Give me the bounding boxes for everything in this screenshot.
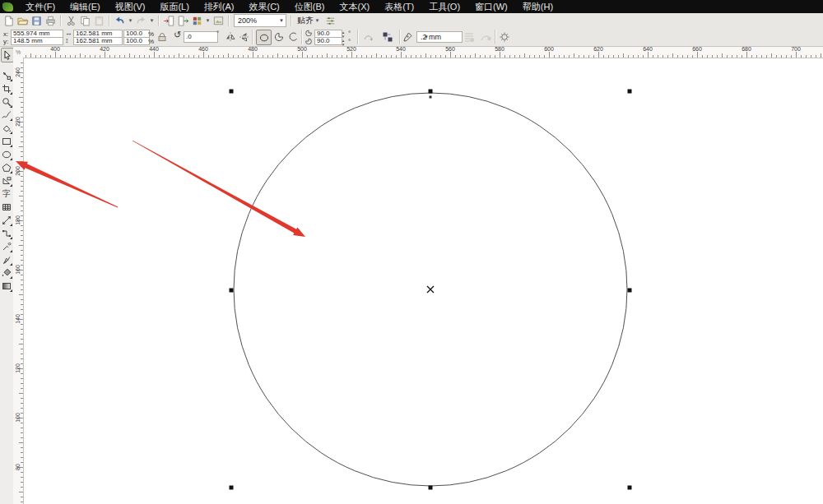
hruler-tick <box>455 55 456 58</box>
menu-item-edit[interactable]: 编辑(E) <box>63 0 108 13</box>
redo-button[interactable] <box>134 14 148 27</box>
menu-item-file[interactable]: 文件(F) <box>18 0 63 13</box>
menu-item-window[interactable]: 窗口(W) <box>467 0 515 13</box>
app-launcher-button-dropdown[interactable]: ▼ <box>204 18 212 23</box>
menu-item-effects[interactable]: 效果(C) <box>242 0 287 13</box>
horizontal-ruler[interactable]: 4004204404604805005205405605806006206406… <box>23 46 823 58</box>
padlock-icon <box>156 31 168 43</box>
hruler-tick <box>761 55 762 58</box>
vruler-tick <box>21 186 23 187</box>
smart-fill-tool[interactable] <box>1 122 12 134</box>
quick-customize-button[interactable] <box>498 30 511 44</box>
shape-tool[interactable] <box>1 69 12 81</box>
paste-button[interactable] <box>92 14 106 27</box>
selection-handle[interactable] <box>628 90 632 94</box>
outline-pen-tool[interactable] <box>1 253 12 266</box>
undo-button[interactable] <box>113 14 127 27</box>
open-curve-button[interactable] <box>479 30 492 44</box>
welcome-screen-button[interactable] <box>212 14 226 27</box>
menu-item-bitmaps[interactable]: 位图(B) <box>287 0 332 13</box>
object-height-field[interactable]: 162.581 mm <box>73 37 123 45</box>
drawing-canvas[interactable] <box>23 58 823 504</box>
wrap-text-button[interactable] <box>463 30 476 44</box>
hruler-tick <box>297 55 298 58</box>
mirror-horizontal-button[interactable] <box>224 30 237 44</box>
table-tool[interactable] <box>1 201 12 213</box>
hruler-tick <box>717 55 718 58</box>
ellipse-mode-button[interactable] <box>256 30 272 45</box>
selection-handle[interactable] <box>230 486 234 490</box>
vruler-label: 80 <box>15 464 21 470</box>
scale-vertical-field[interactable]: 100.0 <box>123 37 150 45</box>
basic-shapes-tool[interactable] <box>1 174 12 187</box>
mirror-vertical-button[interactable] <box>238 30 251 44</box>
outline-width-select[interactable]: .2 mm ▼ <box>416 31 463 43</box>
hruler-tick <box>756 55 757 58</box>
menu-item-help[interactable]: 帮助(H) <box>515 0 560 13</box>
vruler-tick <box>21 166 23 167</box>
selection-center-mark[interactable] <box>427 286 434 293</box>
dimension-tool[interactable] <box>1 214 12 226</box>
export-button[interactable] <box>176 14 190 27</box>
menu-item-tools[interactable]: 工具(O) <box>421 0 467 13</box>
ellipse-top-node[interactable] <box>430 96 432 99</box>
y-position-field[interactable]: 148.5 mm <box>11 37 63 45</box>
vertical-ruler[interactable]: 24022020018016014012010080 <box>13 58 24 504</box>
redo-button-dropdown[interactable]: ▼ <box>148 18 156 23</box>
interactive-fill-tool[interactable] <box>1 280 12 292</box>
app-launcher-button[interactable] <box>190 14 204 27</box>
options-button[interactable] <box>323 14 337 27</box>
end-angle-spinner[interactable]: ▴▾ <box>340 39 346 47</box>
hruler-tick <box>317 55 318 58</box>
hruler-label: 420 <box>100 46 109 52</box>
zoom-tool[interactable] <box>1 95 12 108</box>
eyedropper-tool[interactable] <box>1 240 12 252</box>
hruler-tick <box>213 55 214 58</box>
vruler-tick <box>21 428 23 428</box>
print-button[interactable] <box>44 14 58 27</box>
menu-item-text[interactable]: 文本(X) <box>332 0 377 13</box>
selection-handle[interactable] <box>230 289 234 293</box>
freehand-tool[interactable] <box>1 109 12 121</box>
change-direction-button[interactable] <box>361 30 374 44</box>
new-button[interactable] <box>2 14 16 27</box>
snap-to-button[interactable]: 贴齐▼ <box>295 15 323 26</box>
crop-tool[interactable] <box>1 82 12 95</box>
vruler-tick <box>19 294 23 295</box>
selection-handle[interactable] <box>429 90 433 94</box>
open-button[interactable] <box>16 14 30 27</box>
zoom-level-select[interactable]: 200%▼ <box>234 14 286 27</box>
pie-mode-button[interactable] <box>272 30 286 44</box>
rotation-angle-field[interactable]: .0 <box>184 31 218 43</box>
toolbar-separator <box>291 15 292 26</box>
text-tool[interactable]: 字 <box>1 187 12 200</box>
polygon-tool[interactable] <box>1 161 12 173</box>
end-angle-field[interactable]: 90.0 <box>314 37 342 45</box>
menu-item-table[interactable]: 表格(T) <box>377 0 421 13</box>
menu-item-arrange[interactable]: 排列(A) <box>197 0 242 13</box>
selection-handle[interactable] <box>230 90 234 94</box>
cut-button[interactable] <box>64 14 78 27</box>
hruler-tick <box>440 55 441 58</box>
menu-item-view[interactable]: 视图(V) <box>108 0 153 13</box>
hruler-tick <box>633 55 634 58</box>
selection-handle[interactable] <box>429 486 433 490</box>
fill-tool[interactable] <box>1 266 12 279</box>
selection-handle[interactable] <box>628 486 632 490</box>
undo-button-dropdown[interactable]: ▼ <box>127 18 134 23</box>
import-button[interactable] <box>162 14 176 27</box>
convert-to-curves-button[interactable] <box>381 30 394 44</box>
cut-icon <box>65 15 77 27</box>
toolbar-separator <box>109 15 110 26</box>
ellipse-tool[interactable] <box>1 148 12 160</box>
selection-handle[interactable] <box>628 289 632 293</box>
connector-tool[interactable] <box>1 227 12 239</box>
menu-item-layout[interactable]: 版面(L) <box>152 0 196 13</box>
hruler-tick <box>188 55 189 58</box>
rectangle-tool[interactable] <box>1 135 12 147</box>
pick-tool[interactable] <box>1 48 14 62</box>
arc-mode-button[interactable] <box>286 30 300 44</box>
save-button[interactable] <box>30 14 44 27</box>
lock-ratio-button[interactable] <box>156 30 169 44</box>
copy-button[interactable] <box>78 14 92 27</box>
